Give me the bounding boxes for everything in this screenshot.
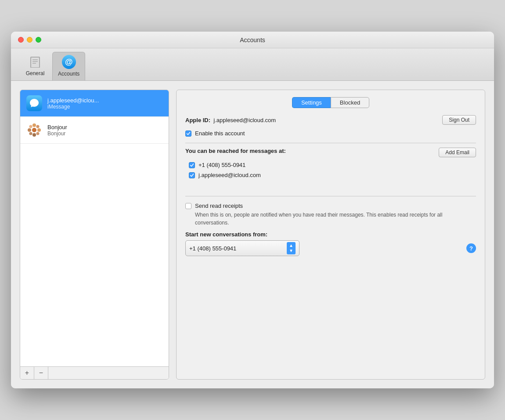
send-receipts-label: Send read receipts [195, 203, 243, 209]
bonjour-account-name: Bonjour [47, 124, 67, 130]
contact-list: +1 (408) 555-0941 j.appleseed@icloud.com [189, 162, 476, 178]
svg-rect-1 [31, 58, 39, 67]
start-conv-label: Start new conversations from: [185, 231, 476, 238]
bonjour-account-type: Bonjour [47, 130, 67, 137]
svg-point-13 [36, 132, 40, 135]
send-receipts-description: When this is on, people are notified whe… [195, 211, 476, 227]
svg-point-8 [28, 128, 31, 132]
contact-email-checkbox[interactable] [189, 172, 195, 178]
svg-point-12 [29, 132, 32, 135]
toolbar: General @ Accounts [11, 48, 494, 81]
imessage-icon [26, 95, 42, 111]
bonjour-avatar [25, 121, 43, 139]
general-icon [28, 54, 42, 69]
reach-row: You can be reached for messages at: Add … [185, 148, 476, 157]
sign-out-button[interactable]: Sign Out [442, 115, 476, 125]
detail-panel: Settings Blocked Apple ID: j.appleseed@i… [176, 90, 485, 380]
divider-2 [185, 196, 476, 196]
remove-account-button[interactable]: − [34, 367, 48, 379]
imessage-info: j.appleseed@iclou... iMessage [47, 97, 99, 110]
sidebar-toolbar: + − [20, 366, 169, 379]
account-item-imessage[interactable]: j.appleseed@iclou... iMessage [20, 90, 169, 117]
sidebar: j.appleseed@iclou... iMessage [20, 90, 169, 380]
tab-accounts[interactable]: @ Accounts [52, 52, 85, 80]
settings-section: Apple ID: j.appleseed@icloud.com Sign Ou… [185, 115, 476, 138]
start-conversations-section: Start new conversations from: +1 (408) 5… [185, 231, 476, 256]
send-receipts-section: Send read receipts When this is on, peop… [185, 203, 476, 227]
accounts-icon: @ [62, 55, 76, 69]
minimize-button[interactable] [27, 37, 32, 43]
checkmark-icon [186, 131, 191, 136]
imessage-account-name: j.appleseed@iclou... [47, 97, 99, 104]
send-receipts-row: Send read receipts [185, 203, 476, 209]
svg-point-6 [32, 123, 36, 127]
accounts-icon-circle: @ [62, 55, 76, 69]
main-window: Accounts General @ Accounts [11, 32, 494, 388]
dropdown-arrows-icon: ▲ ▼ [287, 242, 296, 254]
window-title: Accounts [240, 36, 265, 43]
title-bar: Accounts [11, 32, 494, 48]
main-content: j.appleseed@iclou... iMessage [11, 81, 494, 388]
tab-general-label: General [26, 70, 45, 76]
help-button[interactable]: ? [466, 243, 476, 253]
tab-blocked[interactable]: Blocked [331, 97, 369, 108]
maximize-button[interactable] [36, 37, 41, 43]
imessage-avatar [25, 94, 43, 112]
close-button[interactable] [18, 37, 24, 43]
apple-id-text: Apple ID: j.appleseed@icloud.com [185, 117, 276, 123]
contact-item-email: j.appleseed@icloud.com [189, 172, 476, 178]
tab-settings[interactable]: Settings [292, 97, 331, 108]
imessage-account-type: iMessage [47, 104, 99, 110]
contact-phone-checkbox[interactable] [189, 162, 195, 168]
bonjour-icon [26, 122, 42, 138]
checkmark-icon [190, 173, 194, 177]
contact-email-label: j.appleseed@icloud.com [198, 172, 261, 178]
start-conv-dropdown[interactable]: +1 (408) 555-0941 ▲ ▼ [185, 240, 299, 256]
reach-label: You can be reached for messages at: [185, 148, 286, 154]
tab-general[interactable]: General [20, 52, 50, 80]
divider-1 [185, 143, 476, 143]
enable-account-row: Enable this account [185, 130, 476, 137]
account-item-bonjour[interactable]: Bonjour Bonjour [20, 117, 169, 144]
svg-point-7 [32, 133, 36, 137]
svg-point-11 [36, 125, 40, 128]
enable-account-checkbox[interactable] [185, 130, 191, 137]
traffic-lights [18, 37, 41, 43]
send-receipts-checkbox[interactable] [185, 203, 191, 209]
contact-item-phone: +1 (408) 555-0941 [189, 162, 476, 168]
start-conv-value: +1 (408) 555-0941 [189, 245, 283, 252]
add-account-button[interactable]: + [20, 367, 34, 379]
svg-point-5 [32, 128, 36, 132]
checkmark-icon [190, 163, 194, 167]
svg-point-9 [37, 128, 41, 132]
svg-point-10 [29, 125, 32, 128]
apple-id-label: Apple ID: [185, 117, 210, 123]
contact-phone-label: +1 (408) 555-0941 [198, 162, 245, 168]
detail-tabs: Settings Blocked [292, 97, 369, 108]
apple-id-value: j.appleseed@icloud.com [213, 117, 276, 123]
enable-account-label: Enable this account [195, 130, 245, 137]
bonjour-info: Bonjour Bonjour [47, 124, 67, 137]
apple-id-row: Apple ID: j.appleseed@icloud.com Sign Ou… [185, 115, 476, 125]
account-list: j.appleseed@iclou... iMessage [20, 90, 169, 366]
dropdown-row: +1 (408) 555-0941 ▲ ▼ ? [185, 240, 476, 256]
add-email-button[interactable]: Add Email [439, 148, 476, 157]
tab-accounts-label: Accounts [58, 71, 79, 77]
